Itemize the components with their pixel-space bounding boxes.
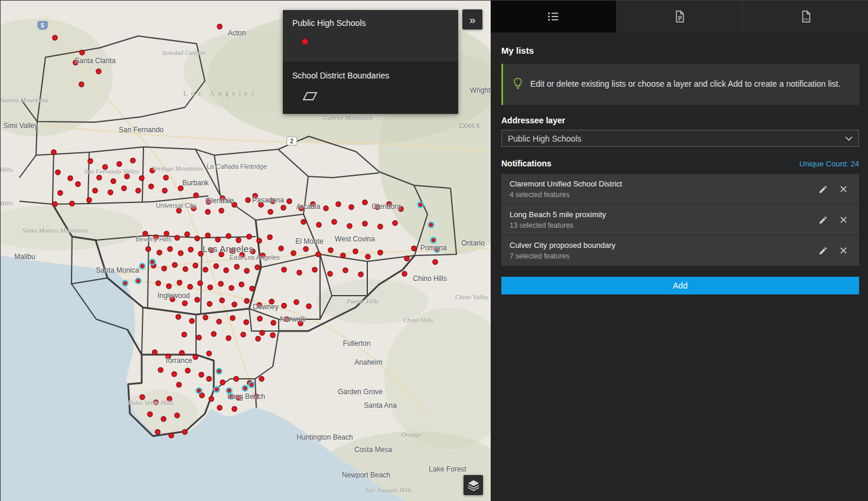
hint-box: Edit or delete existing lists or choose … <box>501 64 859 105</box>
notification-title: Long Beach 5 mile proximity <box>510 210 813 219</box>
notification-title: Culver City proposed boundary <box>510 241 813 250</box>
remove-list-button[interactable] <box>833 179 853 199</box>
close-icon <box>840 247 847 254</box>
layers-icon <box>467 479 480 492</box>
edit-list-button[interactable] <box>813 179 833 199</box>
edit-list-button[interactable] <box>813 210 833 230</box>
notifications-label: Notifications <box>501 159 800 168</box>
polygon-symbol-icon <box>302 91 449 101</box>
hint-text: Edit or delete existing lists or choose … <box>530 78 840 90</box>
legend-card: Public High Schools School District Boun… <box>283 10 458 114</box>
legend-label: Public High Schools <box>292 18 449 28</box>
edit-pencil-icon <box>818 185 828 194</box>
collapse-panel-button[interactable]: » <box>462 9 482 30</box>
add-button[interactable]: Add <box>501 277 859 294</box>
panel-title: My lists <box>501 45 859 55</box>
notification-row[interactable]: Long Beach 5 mile proximity13 selected f… <box>501 205 859 235</box>
panel-body: My lists Edit or delete existing lists o… <box>491 32 868 294</box>
notification-subtitle: 7 selected features <box>510 252 813 260</box>
pdf-file-icon <box>673 10 686 23</box>
addressee-layer-select[interactable]: Public High Schools <box>501 130 859 147</box>
select-value: Public High Schools <box>508 134 845 143</box>
notification-row[interactable]: Claremont Unified School District4 selec… <box>501 174 859 205</box>
point-symbol-icon <box>302 38 449 45</box>
tool-tabs: csv <box>491 1 868 32</box>
close-icon <box>840 216 847 224</box>
lightbulb-icon <box>512 77 524 91</box>
tab-csv-export[interactable]: csv <box>742 1 868 32</box>
app-window: ActonSanta ClaritaSoledad CanyonLos Ange… <box>0 0 868 501</box>
remove-list-button[interactable] <box>833 241 853 261</box>
legend-item-schools[interactable]: Public High Schools <box>283 10 458 62</box>
legend-item-districts[interactable]: School District Boundaries <box>283 62 458 114</box>
notification-panel: csv My lists Edit or delete existing lis… <box>491 1 868 501</box>
close-icon <box>840 185 847 193</box>
csv-file-icon: csv <box>800 10 812 23</box>
tab-my-lists[interactable] <box>491 1 616 32</box>
list-icon <box>547 10 560 23</box>
notification-title: Claremont Unified School District <box>510 179 813 188</box>
edit-pencil-icon <box>818 215 828 225</box>
remove-list-button[interactable] <box>833 210 853 230</box>
notification-subtitle: 4 selected features <box>510 191 813 199</box>
edit-list-button[interactable] <box>813 241 833 261</box>
notification-row[interactable]: Culver City proposed boundary7 selected … <box>501 235 859 266</box>
notifications-header: Notifications Unique Count: 24 <box>501 159 859 168</box>
edit-pencil-icon <box>818 246 828 256</box>
tab-pdf-export[interactable] <box>616 1 743 32</box>
notification-list: Claremont Unified School District4 selec… <box>501 174 859 266</box>
svg-text:csv: csv <box>804 17 809 21</box>
basemap-layers-button[interactable] <box>464 475 483 495</box>
unique-count: Unique Count: 24 <box>800 159 859 168</box>
chevron-down-icon <box>845 136 853 141</box>
addressee-layer-label: Addressee layer <box>501 116 859 125</box>
map-pane[interactable]: ActonSanta ClaritaSoledad CanyonLos Ange… <box>1 1 491 501</box>
legend-label: School District Boundaries <box>292 71 449 80</box>
notification-subtitle: 13 selected features <box>510 221 813 230</box>
